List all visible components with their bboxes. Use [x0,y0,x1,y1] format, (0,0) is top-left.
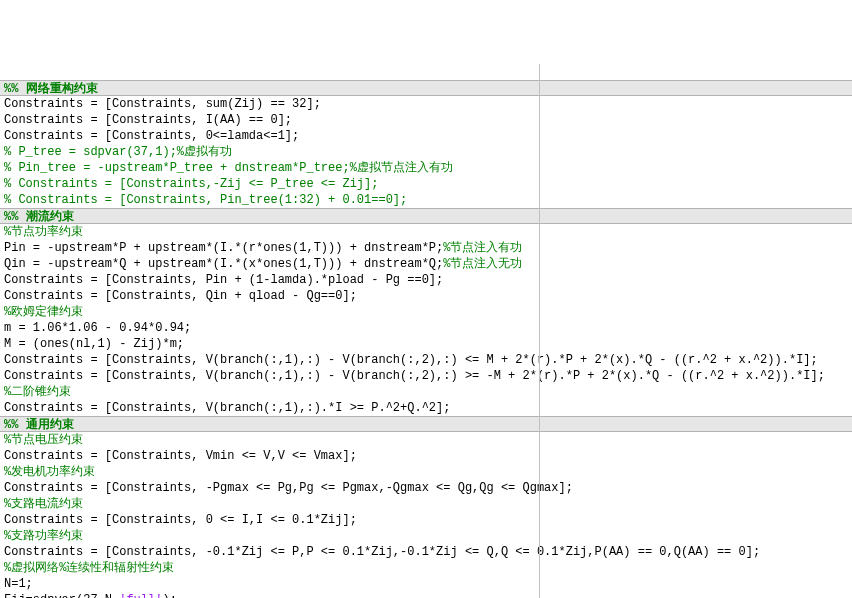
code-line[interactable]: m = 1.06*1.06 - 0.94*0.94; [0,320,852,336]
code-line[interactable]: Constraints = [Constraints, Pin + (1-lam… [0,272,852,288]
section-title: %% 网络重构约束 [4,82,98,96]
code-text: Fij=sdpvar(37,N, [4,593,119,598]
code-line[interactable]: %虚拟网络%连续性和辐射性约束 [0,560,852,576]
code-line[interactable]: Qin = -upstream*Q + upstream*(I.*(x*ones… [0,256,852,272]
code-line[interactable]: N=1; [0,576,852,592]
code-line[interactable]: Constraints = [Constraints, -0.1*Zij <= … [0,544,852,560]
code-line[interactable]: %欧姆定律约束 [0,304,852,320]
code-line[interactable]: Constraints = [Constraints, Qin + qload … [0,288,852,304]
section-title: %% 通用约束 [4,418,74,432]
string-literal: 'full' [119,593,162,598]
code-text: Constraints = [Constraints, Vmin <= V,V … [4,449,357,463]
editor-guide [539,64,540,598]
code-text: Pin = -upstream*P + upstream*(I.*(r*ones… [4,241,443,255]
comment-text: %支路功率约束 [4,529,83,543]
code-text: Constraints = [Constraints, I(AA) == 0]; [4,113,292,127]
code-text: ); [162,593,176,598]
code-line[interactable]: % Constraints = [Constraints,-Zij <= P_t… [0,176,852,192]
section-title: %% 潮流约束 [4,210,74,224]
comment-text: %节点功率约束 [4,225,83,239]
section-header[interactable]: %% 网络重构约束 [0,80,852,96]
code-line[interactable]: Constraints = [Constraints, V(branch(:,1… [0,368,852,384]
comment-text: % Constraints = [Constraints,-Zij <= P_t… [4,177,378,191]
code-line[interactable]: %二阶锥约束 [0,384,852,400]
comment-text: %虚拟网络%连续性和辐射性约束 [4,561,174,575]
code-text: Constraints = [Constraints, Pin + (1-lam… [4,273,443,287]
code-line[interactable]: %发电机功率约束 [0,464,852,480]
code-line[interactable]: %节点电压约束 [0,432,852,448]
code-text: Constraints = [Constraints, 0 <= I,I <= … [4,513,357,527]
code-line[interactable]: Constraints = [Constraints, V(branch(:,1… [0,400,852,416]
code-editor[interactable]: %% 网络重构约束Constraints = [Constraints, sum… [0,64,852,598]
comment-text: %节点注入有功 [443,241,522,255]
code-text: Constraints = [Constraints, V(branch(:,1… [4,401,450,415]
code-text: m = 1.06*1.06 - 0.94*0.94; [4,321,191,335]
comment-text: %二阶锥约束 [4,385,71,399]
code-line[interactable]: Constraints = [Constraints, 0<=lamda<=1]… [0,128,852,144]
code-line[interactable]: % Constraints = [Constraints, Pin_tree(1… [0,192,852,208]
comment-text: %节点注入无功 [443,257,522,271]
code-line[interactable]: Constraints = [Constraints, Vmin <= V,V … [0,448,852,464]
comment-text: %欧姆定律约束 [4,305,83,319]
section-header[interactable]: %% 潮流约束 [0,208,852,224]
comment-text: % Pin_tree = -upstream*P_tree + dnstream… [4,161,453,175]
section-header[interactable]: %% 通用约束 [0,416,852,432]
comment-text: % Constraints = [Constraints, Pin_tree(1… [4,193,407,207]
code-text: Constraints = [Constraints, V(branch(:,1… [4,369,825,383]
code-text: Constraints = [Constraints, V(branch(:,1… [4,353,818,367]
code-text: Constraints = [Constraints, 0<=lamda<=1]… [4,129,299,143]
code-text: Qin = -upstream*Q + upstream*(I.*(x*ones… [4,257,443,271]
code-line[interactable]: Constraints = [Constraints, 0 <= I,I <= … [0,512,852,528]
code-line[interactable]: %支路功率约束 [0,528,852,544]
code-line[interactable]: %支路电流约束 [0,496,852,512]
code-text: N=1; [4,577,33,591]
code-text: Constraints = [Constraints, -Pgmax <= Pg… [4,481,573,495]
code-text: M = (ones(nl,1) - Zij)*m; [4,337,184,351]
comment-text: %节点电压约束 [4,433,83,447]
code-line[interactable]: M = (ones(nl,1) - Zij)*m; [0,336,852,352]
code-line[interactable]: Constraints = [Constraints, V(branch(:,1… [0,352,852,368]
code-text: Constraints = [Constraints, sum(Zij) == … [4,97,321,111]
code-line[interactable]: Constraints = [Constraints, sum(Zij) == … [0,96,852,112]
code-text: Constraints = [Constraints, -0.1*Zij <= … [4,545,760,559]
code-line[interactable]: %节点功率约束 [0,224,852,240]
comment-text: % P_tree = sdpvar(37,1);%虚拟有功 [4,145,232,159]
code-line[interactable]: % Pin_tree = -upstream*P_tree + dnstream… [0,160,852,176]
code-line[interactable]: Constraints = [Constraints, I(AA) == 0]; [0,112,852,128]
code-line[interactable]: Constraints = [Constraints, -Pgmax <= Pg… [0,480,852,496]
code-text: Constraints = [Constraints, Qin + qload … [4,289,357,303]
comment-text: %发电机功率约束 [4,465,95,479]
code-line[interactable]: Fij=sdpvar(37,N,'full'); [0,592,852,598]
code-line[interactable]: Pin = -upstream*P + upstream*(I.*(r*ones… [0,240,852,256]
code-line[interactable]: % P_tree = sdpvar(37,1);%虚拟有功 [0,144,852,160]
comment-text: %支路电流约束 [4,497,83,511]
